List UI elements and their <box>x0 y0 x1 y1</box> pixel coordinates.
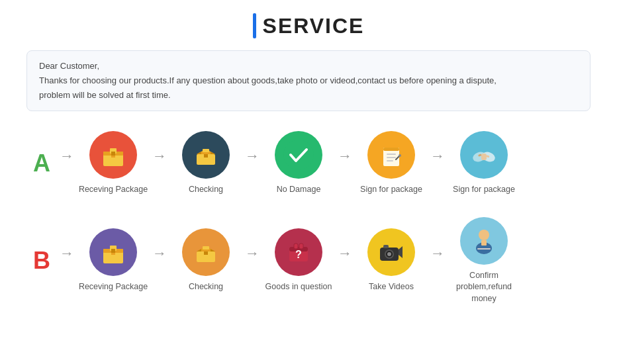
arrow: → <box>245 245 260 277</box>
step-a5-label: Sign for package <box>453 184 515 196</box>
svg-rect-21 <box>481 154 487 160</box>
flow-section: A → Receving Package → <box>26 126 591 307</box>
svg-rect-3 <box>111 152 115 156</box>
step-a3-label: No Damage <box>277 184 321 196</box>
step-a4: Sign for package <box>355 131 428 196</box>
step-b3-label: Goods in question <box>265 281 332 293</box>
svg-point-18 <box>399 154 401 157</box>
notice-line2: Thanks for choosing our products.If any … <box>39 73 578 88</box>
flow-row-b: B → Receving Package → <box>26 212 591 308</box>
arrow: → <box>338 245 352 277</box>
title-row: SERVICE <box>26 13 591 38</box>
title-bar <box>253 13 256 38</box>
svg-marker-31 <box>197 249 201 251</box>
svg-point-46 <box>479 230 489 240</box>
step-b2-label: Checking <box>189 281 223 293</box>
step-b4-label: Take Videos <box>369 281 414 293</box>
svg-rect-48 <box>481 240 487 246</box>
svg-rect-13 <box>383 148 399 151</box>
svg-rect-49 <box>477 248 491 250</box>
step-a4-label: Sign for package <box>360 184 422 196</box>
icon-sign-orange <box>367 131 415 179</box>
icon-checkmark-green <box>275 131 322 179</box>
step-b4: Take Videos <box>355 228 428 293</box>
icon-box-orange <box>89 131 137 179</box>
svg-point-43 <box>387 252 391 256</box>
arrow: → <box>430 148 445 179</box>
step-a1-label: Receving Package <box>79 184 148 196</box>
svg-marker-44 <box>399 246 403 258</box>
svg-point-11 <box>283 140 314 170</box>
svg-rect-28 <box>111 253 115 255</box>
svg-marker-7 <box>197 152 201 154</box>
arrow: → <box>430 245 445 277</box>
svg-rect-34 <box>204 251 208 255</box>
svg-rect-37 <box>294 244 298 249</box>
icon-box-purple <box>89 228 137 276</box>
letter-a: A <box>26 150 57 177</box>
step-a5: Sign for package <box>448 131 520 196</box>
step-a3: No Damage <box>262 131 335 196</box>
arrow: → <box>152 148 167 179</box>
step-b1: Receving Package <box>77 228 150 293</box>
letter-b: B <box>26 247 57 275</box>
svg-rect-33 <box>203 246 209 250</box>
svg-rect-14 <box>387 154 396 155</box>
arrow: → <box>60 245 74 277</box>
arrow: → <box>245 148 260 179</box>
page-title: SERVICE <box>263 14 365 38</box>
step-a2: Checking <box>169 131 242 196</box>
svg-rect-15 <box>387 157 396 158</box>
icon-camera-yellow <box>367 228 415 276</box>
svg-rect-38 <box>299 244 303 249</box>
svg-rect-45 <box>383 245 389 248</box>
page: SERVICE Dear Customer, Thanks for choosi… <box>0 0 617 364</box>
step-b5-label: Confirm problem,refund money <box>448 270 520 305</box>
step-b1-label: Receving Package <box>79 281 148 293</box>
step-b2: Checking <box>169 228 242 293</box>
step-a2-label: Checking <box>189 184 223 196</box>
notice-box: Dear Customer, Thanks for choosing our p… <box>26 50 591 111</box>
icon-handshake-teal <box>460 131 508 179</box>
flow-row-a: A → Receving Package → <box>26 126 591 199</box>
svg-marker-8 <box>211 152 215 154</box>
svg-marker-32 <box>211 249 215 251</box>
icon-question-crimson: ? <box>275 228 322 276</box>
svg-rect-10 <box>204 154 208 158</box>
arrow: → <box>152 245 167 277</box>
svg-rect-16 <box>387 160 393 161</box>
svg-text:?: ? <box>295 249 302 260</box>
step-b3: ? Goods in question <box>262 228 335 293</box>
icon-box-open-dark <box>182 131 230 179</box>
svg-rect-9 <box>203 149 209 152</box>
step-b5: Confirm problem,refund money <box>448 217 520 305</box>
arrow: → <box>60 148 74 179</box>
svg-rect-4 <box>111 156 115 158</box>
arrow: → <box>338 148 352 179</box>
notice-line1: Dear Customer, <box>39 59 578 73</box>
icon-person-blue <box>460 217 508 265</box>
svg-rect-27 <box>111 249 115 253</box>
step-a1: Receving Package <box>77 131 150 196</box>
icon-box-open-orange <box>182 228 230 276</box>
notice-line3: problem will be solved at first time. <box>39 88 578 103</box>
